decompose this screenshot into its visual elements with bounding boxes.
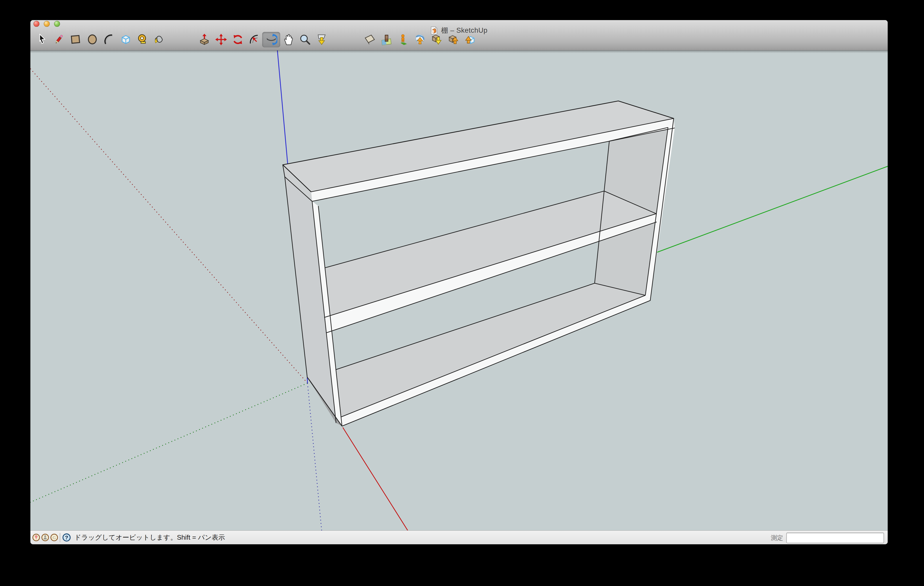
window-header: 棚 – SketchUp (30, 20, 888, 50)
tool-photo-textures[interactable] (396, 32, 410, 47)
sketchup-window: 棚 – SketchUp (30, 20, 888, 544)
google-coin-icon[interactable]: G (50, 533, 58, 541)
zoom-magnifier-icon (299, 33, 311, 46)
credits-coin-icon[interactable] (41, 533, 49, 541)
tape-measure-icon (137, 33, 148, 46)
tool-move[interactable] (214, 32, 228, 47)
circle-icon (86, 33, 98, 46)
tool-rotate[interactable] (231, 32, 245, 47)
screen: { "window": { "title": "棚 – SketchUp" },… (0, 0, 924, 586)
tool-circle[interactable] (85, 32, 99, 47)
help-icon[interactable]: ? (62, 533, 71, 542)
tool-zoom-extents[interactable] (314, 32, 328, 47)
tool-preview-in-google-earth[interactable] (412, 32, 427, 47)
status-message: ドラッグしてオービットします。Shift = パン表示 (74, 533, 225, 542)
google-earth-globe-icon (414, 33, 426, 46)
pencil-icon (53, 33, 65, 46)
select-arrow-icon (36, 33, 48, 46)
add-location-icon (380, 33, 393, 46)
tool-paint-bucket[interactable] (152, 32, 167, 47)
offset-icon (249, 33, 261, 46)
tool-make-component[interactable] (119, 32, 133, 47)
pegman-icon (397, 33, 409, 46)
status-bar: G ? ドラッグしてオービットします。Shift = パン表示 測定 (30, 530, 888, 544)
get-models-icon (431, 33, 443, 46)
section-plane-icon (364, 33, 376, 46)
tool-section-plane[interactable] (362, 32, 377, 47)
arc-icon (103, 33, 115, 46)
svg-text:G: G (53, 535, 56, 540)
viewport-canvas[interactable] (30, 50, 888, 530)
tool-rectangle[interactable] (68, 32, 82, 47)
tool-orbit[interactable] (264, 32, 278, 47)
push-pull-icon (198, 33, 210, 46)
tool-tape-measure[interactable] (135, 32, 150, 47)
measurement-area: 測定 (771, 532, 884, 543)
status-icons: G (32, 533, 58, 541)
measurement-label: 測定 (771, 534, 783, 542)
tool-pan[interactable] (281, 32, 295, 47)
tool-arc[interactable] (102, 32, 116, 47)
tool-push-pull[interactable] (197, 32, 211, 47)
tool-get-models[interactable] (429, 32, 444, 47)
rectangle-icon (69, 33, 82, 46)
paint-bucket-icon (153, 33, 165, 46)
geolocation-coin-icon[interactable] (32, 533, 40, 541)
component-box-icon (120, 33, 132, 46)
tool-zoom[interactable] (297, 32, 312, 47)
tool-offset[interactable] (247, 32, 262, 47)
tool-share-component[interactable] (463, 32, 477, 47)
tool-share-model[interactable] (446, 32, 460, 47)
toolbar (30, 32, 888, 48)
tool-line[interactable] (51, 32, 66, 47)
share-model-icon (447, 33, 459, 46)
share-component-icon (464, 33, 476, 46)
zoom-extents-icon (315, 33, 328, 46)
move-icon (215, 33, 227, 46)
tool-add-location[interactable] (379, 32, 393, 47)
rotate-icon (232, 33, 244, 46)
pan-hand-icon (282, 33, 294, 46)
svg-text:?: ? (65, 535, 68, 540)
measurement-input[interactable] (786, 532, 884, 543)
tool-select[interactable] (35, 32, 49, 47)
model-viewport[interactable] (30, 50, 888, 530)
status-divider (60, 533, 60, 542)
orbit-icon (265, 33, 277, 46)
